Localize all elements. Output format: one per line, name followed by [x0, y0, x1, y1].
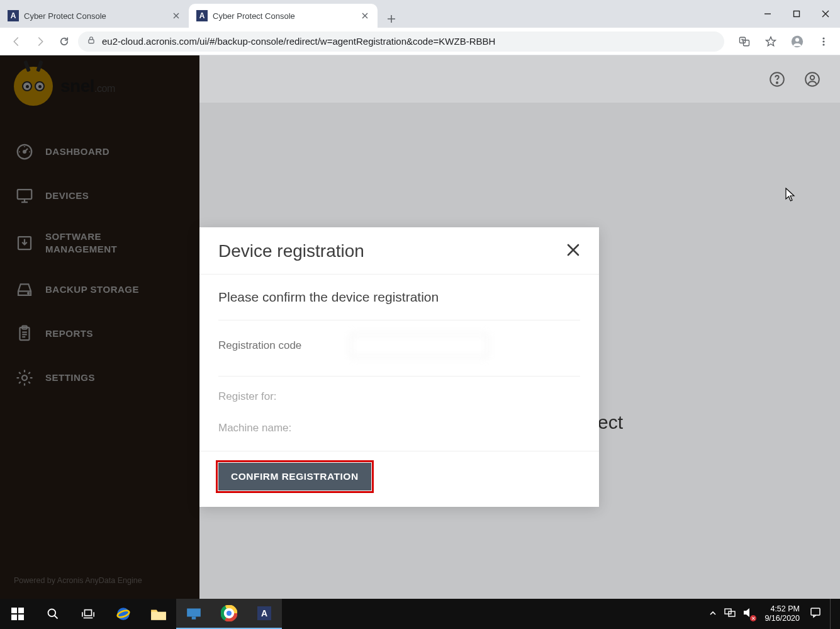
search-button[interactable]: [35, 599, 70, 629]
sidebar-item-settings[interactable]: SETTINGS: [0, 356, 199, 400]
address-bar[interactable]: eu2-cloud.acronis.com/ui/#/backup-consol…: [78, 31, 724, 52]
modal-subtitle: Please confirm the device registration: [218, 290, 580, 305]
start-button[interactable]: [0, 599, 35, 629]
svg-point-7: [822, 40, 824, 42]
tray-network-icon[interactable]: [724, 608, 736, 620]
svg-rect-22: [18, 608, 24, 613]
svg-rect-21: [11, 608, 17, 613]
sidebar-nav: DASHBOARD DEVICES SOFTWARE MANAGEMENT BA…: [0, 122, 199, 407]
lock-icon: [87, 36, 96, 47]
registration-code-input[interactable]: [350, 334, 488, 357]
svg-point-25: [48, 609, 56, 617]
svg-rect-23: [11, 615, 17, 620]
sidebar-item-label: REPORTS: [45, 327, 93, 340]
svg-rect-39: [811, 608, 820, 615]
register-for-row: Register for:: [218, 390, 580, 403]
svg-rect-0: [794, 11, 800, 17]
taskbar-app-ie[interactable]: [106, 599, 141, 629]
machine-name-row: Machine name:: [218, 422, 580, 434]
close-modal-button[interactable]: [566, 243, 580, 259]
confirm-registration-button[interactable]: CONFIRM REGISTRATION: [218, 463, 371, 490]
sidebar: snel.com DASHBOARD DEVICES SOFTWARE MANA…: [0, 55, 199, 599]
taskbar-date: 9/16/2020: [764, 614, 800, 623]
tab-title: Cyber Protect Console: [213, 11, 355, 21]
taskbar-app-acronis[interactable]: A: [247, 599, 282, 629]
device-registration-modal: Device registration Please confirm the d…: [199, 227, 599, 507]
show-desktop-button[interactable]: [830, 599, 835, 629]
browser-tab-0[interactable]: A Cyber Protect Console: [0, 4, 189, 28]
registration-code-label: Registration code: [218, 339, 350, 352]
new-tab-button[interactable]: [383, 10, 400, 28]
taskbar-app-explorer[interactable]: [141, 599, 176, 629]
gear-icon: [15, 368, 34, 387]
close-tab-icon[interactable]: [360, 11, 370, 21]
taskbar-clock[interactable]: 4:52 PM 9/16/2020: [764, 604, 800, 623]
svg-rect-11: [18, 190, 32, 199]
task-view-button[interactable]: [70, 599, 106, 629]
taskbar-app-server-manager[interactable]: [176, 599, 211, 629]
minimize-window-button[interactable]: [753, 4, 782, 24]
svg-point-20: [810, 76, 815, 80]
close-window-button[interactable]: [811, 4, 840, 24]
translate-icon[interactable]: [734, 31, 754, 52]
svg-rect-29: [151, 612, 166, 620]
url-text: eu2-cloud.acronis.com/ui/#/backup-consol…: [102, 36, 495, 47]
browser-toolbar: eu2-cloud.acronis.com/ui/#/backup-consol…: [0, 28, 840, 55]
windows-taskbar: A ✕ 4:52 PM 9/16/2020: [0, 599, 840, 629]
close-tab-icon[interactable]: [171, 11, 181, 21]
clipboard-icon: [15, 324, 34, 343]
sidebar-item-reports[interactable]: REPORTS: [0, 312, 199, 356]
svg-point-6: [822, 37, 824, 39]
gauge-icon: [15, 142, 34, 161]
sidebar-item-label: DASHBOARD: [45, 145, 109, 158]
tab-title: Cyber Protect Console: [24, 11, 166, 21]
brand-logo-area: snel.com: [0, 55, 199, 122]
tab-favicon-icon: A: [8, 10, 19, 21]
tab-favicon-icon: A: [196, 10, 208, 21]
tray-chevron-up-icon[interactable]: [709, 608, 717, 620]
brand-name: snel.com: [60, 76, 115, 96]
sidebar-item-label: BACKUP STORAGE: [45, 283, 139, 296]
forward-button[interactable]: [30, 31, 50, 52]
svg-point-36: [226, 610, 232, 616]
help-icon[interactable]: [768, 71, 786, 88]
svg-point-13: [28, 293, 29, 294]
browser-titlebar: A Cyber Protect Console A Cyber Protect …: [0, 0, 840, 28]
sidebar-item-label: SETTINGS: [45, 371, 95, 384]
sidebar-footer: Powered by Acronis AnyData Engine: [0, 566, 199, 599]
browser-tab-1[interactable]: A Cyber Protect Console: [189, 4, 378, 28]
brand-logo-icon: [14, 67, 53, 106]
profile-avatar-icon[interactable]: [787, 31, 807, 52]
svg-point-5: [795, 38, 799, 42]
tray-volume-icon[interactable]: ✕: [743, 608, 754, 620]
svg-point-8: [822, 43, 824, 45]
mouse-cursor-icon: [785, 188, 797, 203]
window-controls: [753, 0, 840, 28]
svg-rect-31: [192, 616, 196, 619]
app-viewport: snel.com DASHBOARD DEVICES SOFTWARE MANA…: [0, 55, 840, 599]
bookmark-star-icon[interactable]: [761, 31, 781, 52]
disk-icon: [15, 280, 34, 299]
account-icon[interactable]: [804, 71, 821, 88]
svg-rect-26: [85, 610, 92, 616]
registration-code-row: Registration code: [218, 334, 580, 357]
svg-point-10: [23, 150, 26, 153]
tray-notification-icon[interactable]: [810, 607, 821, 621]
download-box-icon: [15, 234, 34, 252]
maximize-window-button[interactable]: [782, 4, 811, 24]
sidebar-item-label: DEVICES: [45, 190, 89, 202]
browser-menu-icon[interactable]: [814, 31, 834, 52]
register-for-label: Register for:: [218, 390, 350, 403]
svg-rect-30: [187, 608, 201, 616]
svg-point-18: [776, 82, 778, 83]
sidebar-item-software-management[interactable]: SOFTWARE MANAGEMENT: [0, 218, 199, 268]
back-button[interactable]: [6, 31, 26, 52]
modal-title: Device registration: [218, 241, 364, 261]
sidebar-item-backup-storage[interactable]: BACKUP STORAGE: [0, 268, 199, 312]
taskbar-app-chrome[interactable]: [211, 599, 247, 629]
reload-button[interactable]: [54, 31, 74, 52]
background-partial-text: ect: [598, 412, 623, 433]
sidebar-item-dashboard[interactable]: DASHBOARD: [0, 130, 199, 174]
machine-name-label: Machine name:: [218, 422, 350, 434]
sidebar-item-devices[interactable]: DEVICES: [0, 174, 199, 218]
